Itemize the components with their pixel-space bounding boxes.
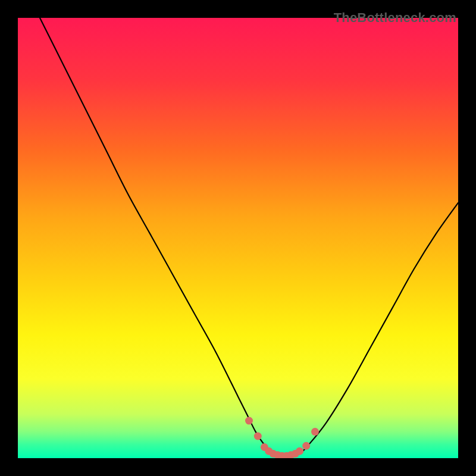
- trough-dot: [311, 428, 319, 436]
- watermark-label: TheBottleneck.com: [334, 10, 456, 26]
- chart-frame: TheBottleneck.com: [9, 9, 467, 467]
- trough-dot: [254, 433, 262, 440]
- trough-dot: [245, 417, 253, 425]
- trough-dots-layer: [18, 18, 458, 458]
- trough-dot: [302, 442, 310, 450]
- trough-dot: [296, 447, 303, 455]
- chart-plot: [18, 18, 458, 458]
